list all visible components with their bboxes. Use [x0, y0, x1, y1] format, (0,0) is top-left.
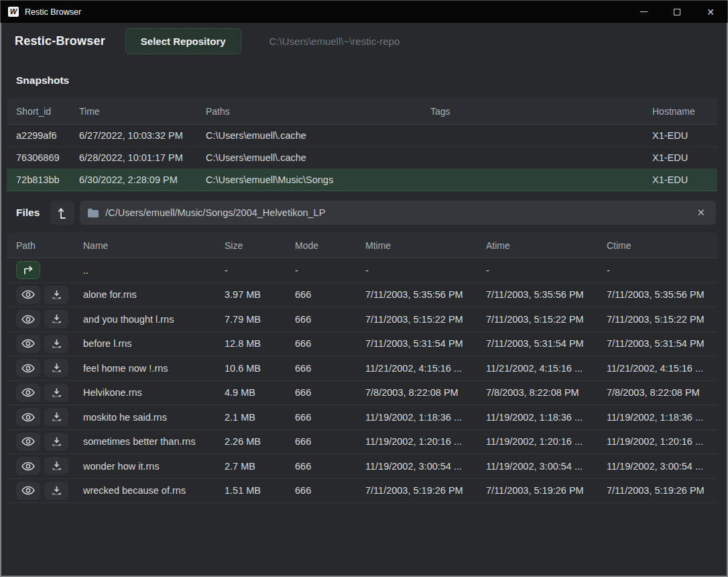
file-atime: 11/19/2002, 1:18:36 ... — [486, 412, 607, 423]
file-name: moskito he said.rns — [83, 412, 225, 423]
arrow-up-right-icon — [23, 266, 34, 274]
minimize-icon — [640, 11, 648, 12]
file-ctime: 11/19/2002, 3:00:54 ... — [607, 461, 717, 472]
file-atime: 7/11/2003, 5:19:26 PM — [486, 485, 607, 496]
preview-file-button[interactable] — [16, 408, 40, 426]
eye-icon — [21, 364, 35, 373]
file-actions — [16, 408, 83, 426]
snapshot-time: 6/27/2022, 10:03:32 PM — [79, 130, 206, 141]
file-size: 12.8 MB — [225, 338, 295, 349]
file-size: 4.9 MB — [225, 387, 295, 398]
file-actions — [16, 335, 83, 353]
preview-file-button[interactable] — [16, 482, 40, 500]
download-file-button[interactable] — [44, 359, 68, 377]
download-file-button[interactable] — [44, 384, 68, 402]
close-button[interactable]: ✕ — [694, 1, 727, 23]
file-mtime: 11/19/2002, 3:00:54 ... — [365, 461, 486, 472]
snapshot-row[interactable]: 72b813bb6/30/2022, 2:28:09 PMC:\Users\em… — [7, 169, 717, 191]
open-parent-directory-button[interactable] — [16, 261, 40, 279]
file-mtime: 7/11/2003, 5:35:56 PM — [365, 289, 486, 300]
preview-file-button[interactable] — [16, 335, 40, 353]
download-icon — [52, 412, 62, 422]
window-controls: ✕ — [627, 1, 727, 23]
go-up-level-button[interactable] — [50, 201, 74, 225]
select-repository-button[interactable]: Select Repository — [125, 28, 241, 54]
download-file-button[interactable] — [44, 408, 68, 426]
file-atime: 11/19/2002, 3:00:54 ... — [486, 461, 607, 472]
close-icon: ✕ — [707, 7, 715, 17]
file-ctime: 11/19/2002, 1:18:36 ... — [607, 412, 717, 423]
parent-directory-row: ..----- — [7, 258, 717, 283]
eye-icon — [21, 437, 35, 446]
file-mtime: 11/19/2002, 1:20:16 ... — [365, 436, 486, 447]
file-path-input[interactable]: /C/Users/emuell/Music/Songs/2004_Helveti… — [80, 201, 716, 225]
eye-icon — [21, 339, 35, 348]
file-atime: 7/11/2003, 5:15:22 PM — [486, 314, 607, 325]
snapshot-time: 6/28/2022, 10:01:17 PM — [79, 152, 206, 163]
download-file-button[interactable] — [44, 433, 68, 451]
file-mtime: 11/21/2002, 4:15:16 ... — [365, 363, 486, 374]
level-up-arrow-icon — [58, 207, 68, 219]
eye-icon — [21, 413, 35, 422]
snapshot-paths: C:\Users\emuell\Music\Songs — [206, 174, 430, 185]
snapshots-col-paths: Paths — [206, 106, 430, 117]
file-row: alone for.rns3.97 MB6667/11/2003, 5:35:5… — [7, 283, 717, 308]
file-name: wonder how it.rns — [83, 461, 225, 472]
download-file-button[interactable] — [44, 457, 68, 475]
file-mtime: 7/11/2003, 5:19:26 PM — [365, 485, 486, 496]
file-ctime: 7/11/2003, 5:19:26 PM — [607, 485, 717, 496]
download-icon — [52, 486, 62, 496]
file-actions — [16, 261, 83, 279]
main-content: Restic-Browser Select Repository C:\User… — [0, 23, 728, 577]
snapshot-short_id: 76306869 — [16, 152, 79, 163]
file-ctime: 11/19/2002, 1:20:16 ... — [607, 436, 717, 447]
preview-file-button[interactable] — [16, 310, 40, 328]
download-icon — [52, 437, 62, 447]
minimize-button[interactable] — [627, 1, 660, 23]
eye-icon — [21, 290, 35, 299]
snapshot-hostname: X1-EDU — [652, 174, 717, 185]
titlebar: W Restic Browser ✕ — [0, 0, 728, 23]
snapshot-row[interactable]: a2299af66/27/2022, 10:03:32 PMC:\Users\e… — [7, 125, 717, 147]
snapshots-table-header: Short_idTimePathsTagsHostname — [7, 98, 717, 125]
files-table-body: ..-----alone for.rns3.97 MB6667/11/2003,… — [7, 258, 717, 503]
snapshot-row[interactable]: 763068696/28/2022, 10:01:17 PMC:\Users\e… — [7, 147, 717, 169]
clear-path-button[interactable]: ✕ — [694, 205, 708, 220]
download-file-button[interactable] — [44, 286, 68, 304]
snapshot-hostname: X1-EDU — [652, 152, 717, 163]
file-name: before l.rns — [83, 338, 225, 349]
maximize-icon — [674, 9, 680, 15]
file-mode: 666 — [295, 289, 365, 300]
download-icon — [52, 363, 62, 373]
download-file-button[interactable] — [44, 310, 68, 328]
file-ctime: 7/11/2003, 5:15:22 PM — [607, 314, 717, 325]
download-file-button[interactable] — [44, 335, 68, 353]
preview-file-button[interactable] — [16, 359, 40, 377]
file-row: and you thought l.rns7.79 MB6667/11/2003… — [7, 307, 717, 332]
file-size: 1.51 MB — [225, 485, 295, 496]
file-atime: 7/8/2003, 8:22:08 PM — [486, 387, 607, 398]
file-mode: 666 — [295, 314, 365, 325]
file-row: feel home now !.rns10.6 MB66611/21/2002,… — [7, 356, 717, 381]
file-size: 2.1 MB — [225, 412, 295, 423]
files-col-size: Size — [225, 240, 295, 251]
download-file-button[interactable] — [44, 482, 68, 500]
preview-file-button[interactable] — [16, 384, 40, 402]
files-col-atime: Atime — [486, 240, 607, 251]
file-mode: 666 — [295, 436, 365, 447]
file-ctime: 7/11/2003, 5:35:56 PM — [607, 289, 717, 300]
window-title: Restic Browser — [25, 7, 81, 17]
file-ctime: - — [607, 265, 717, 276]
files-col-ctime: Ctime — [607, 240, 717, 251]
preview-file-button[interactable] — [16, 286, 40, 304]
preview-file-button[interactable] — [16, 457, 40, 475]
eye-icon — [21, 462, 35, 471]
file-mode: 666 — [295, 485, 365, 496]
file-ctime: 7/11/2003, 5:31:54 PM — [607, 338, 717, 349]
file-size: 2.26 MB — [225, 436, 295, 447]
preview-file-button[interactable] — [16, 433, 40, 451]
maximize-button[interactable] — [660, 1, 694, 23]
file-name: feel home now !.rns — [83, 363, 225, 374]
file-actions — [16, 286, 83, 304]
download-icon — [52, 314, 62, 324]
